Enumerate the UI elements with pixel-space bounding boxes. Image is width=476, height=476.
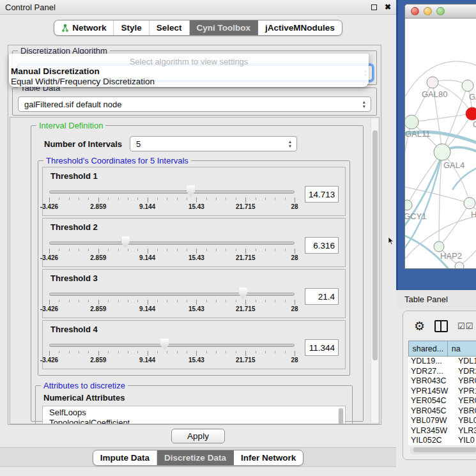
tick-mark — [245, 249, 246, 254]
gear-icon[interactable]: ⚙ — [414, 320, 425, 332]
network-node-H[interactable] — [464, 197, 475, 209]
tick-mark — [216, 249, 217, 251]
tick-mark — [79, 300, 79, 302]
threshold-slider[interactable]: -3.4262.8599.14415.4321.71528 — [49, 285, 295, 313]
panel-title: Control Panel — [5, 3, 371, 12]
table-row[interactable]: YBR045CYBR0 — [408, 406, 476, 417]
network-node-unlabeled[interactable] — [455, 262, 464, 269]
tick-mark — [196, 197, 197, 203]
table-data-combobox[interactable]: galFiltered.sif default node ▲▼ — [18, 96, 371, 112]
tab-style[interactable]: Style — [114, 20, 149, 35]
network-node-HAP2[interactable] — [434, 242, 444, 252]
list-scrollbar-thumb[interactable] — [339, 408, 343, 424]
slider-thumb[interactable] — [160, 339, 169, 350]
numerical-attributes-listbox: SelfLoopsTopologicalCoefficientBetweenne… — [42, 406, 346, 424]
threshold-value-input[interactable] — [305, 186, 339, 203]
table-row[interactable]: YLR345WYLR3 — [408, 426, 476, 436]
slider-track[interactable] — [49, 242, 295, 245]
table-row[interactable]: YIL052CYIL0 — [408, 436, 476, 445]
cell-shared-name: YER054C — [408, 396, 455, 406]
top-tab-group: Network Style Select Cyni Toolbox jActiv… — [54, 20, 342, 36]
table-row[interactable]: YDR27...YDR2 — [408, 367, 476, 377]
attribute-list-item[interactable]: TopologicalCoefficient — [49, 418, 345, 424]
attribute-list-item[interactable]: SelfLoops — [49, 408, 345, 418]
slider-thumb[interactable] — [187, 185, 195, 197]
network-node-GAL4[interactable] — [434, 144, 450, 160]
cell-shared-name: YLR345W — [408, 426, 455, 436]
slider-track[interactable] — [49, 293, 295, 296]
list-scrollbar[interactable] — [338, 408, 344, 424]
column-header-shared-name[interactable]: shared... — [408, 341, 448, 357]
settings-vertical-scrollbar[interactable] — [371, 119, 378, 422]
algorithm-option-equal-width[interactable]: Equal Width/Frequency Discretization — [11, 77, 155, 86]
slider-ticks — [49, 197, 295, 203]
table-row[interactable]: YBL079WYBL0 — [408, 416, 476, 426]
tick-label: 21.715 — [236, 305, 256, 312]
tick-mark — [216, 351, 217, 353]
threshold-value-input[interactable] — [305, 237, 339, 254]
network-node-GAL80[interactable] — [427, 77, 438, 88]
column-header-name[interactable]: na — [448, 341, 476, 357]
tick-mark — [236, 197, 236, 200]
network-canvas-svg[interactable]: GAL80GACGAL11GAL4GCY1HHAP2 — [405, 19, 476, 269]
apply-button[interactable]: Apply — [171, 429, 225, 443]
split-columns-icon[interactable] — [434, 320, 448, 332]
select-columns-icons[interactable]: ☑☑ — [457, 321, 473, 331]
threshold-value-input[interactable] — [305, 339, 339, 356]
tick-mark — [59, 300, 59, 302]
tab-impute-data[interactable]: Impute Data — [93, 450, 157, 465]
tick-mark — [148, 351, 148, 356]
slider-thumb[interactable] — [121, 236, 130, 248]
network-edge[interactable] — [405, 186, 470, 203]
slider-thumb[interactable] — [239, 288, 247, 299]
tick-mark — [118, 300, 119, 302]
tick-mark — [49, 249, 50, 254]
network-window[interactable]: GAL80GACGAL11GAL4GCY1HHAP2 — [404, 4, 476, 269]
tab-cyni-toolbox[interactable]: Cyni Toolbox — [190, 20, 259, 35]
minimize-traffic-light-icon[interactable] — [424, 7, 432, 15]
tick-mark — [157, 351, 158, 353]
table-row[interactable]: YDL19...YDL1 — [408, 357, 476, 367]
network-canvas[interactable]: GAL80GACGAL11GAL4GCY1HHAP2 — [405, 19, 476, 269]
table-horizontal-scrollbar[interactable] — [410, 447, 476, 454]
tick-mark — [275, 197, 275, 200]
number-of-intervals-combobox[interactable]: 5 ▲▼ — [130, 136, 297, 151]
network-edge[interactable] — [442, 152, 470, 203]
threshold-slider[interactable]: -3.4262.8599.14415.4321.71528 — [49, 183, 295, 211]
tick-mark — [167, 249, 167, 251]
tick-mark — [98, 351, 99, 356]
slider-track[interactable] — [49, 190, 295, 194]
tab-discretize-data[interactable]: Discretize Data — [157, 450, 234, 465]
algorithm-option-manual[interactable]: Manual Discretization — [11, 66, 100, 76]
network-edge[interactable] — [407, 152, 442, 205]
tick-mark — [245, 300, 246, 305]
network-node-C[interactable] — [466, 107, 476, 120]
network-node-GAL11[interactable] — [405, 115, 418, 129]
table-row[interactable]: YER054CYER0 — [408, 396, 476, 406]
table-hscrollbar-thumb[interactable] — [413, 447, 476, 452]
zoom-traffic-light-icon[interactable] — [436, 7, 445, 15]
threshold-value-input[interactable] — [305, 288, 339, 305]
threshold-slider[interactable]: -3.4262.8599.14415.4321.71528 — [49, 336, 295, 364]
network-node-GCY1[interactable] — [405, 200, 412, 210]
tick-label: 9.144 — [139, 254, 155, 261]
network-edge[interactable] — [411, 114, 472, 122]
settings-scrollbar-thumb[interactable] — [372, 130, 378, 360]
close-icon[interactable]: ✖ — [385, 3, 391, 11]
tab-select[interactable]: Select — [150, 20, 190, 35]
tab-network[interactable]: Network — [54, 20, 114, 35]
threshold-slider[interactable]: -3.4262.8599.14415.4321.71528 — [49, 234, 295, 262]
table-row[interactable]: YBR043CYBR0 — [408, 376, 476, 387]
tick-mark — [177, 351, 178, 353]
close-traffic-light-icon[interactable] — [411, 7, 419, 15]
float-window-icon[interactable] — [371, 4, 377, 10]
slider-track[interactable] — [49, 344, 295, 347]
tick-mark — [187, 351, 187, 353]
table-data-value: galFiltered.sif default node — [24, 100, 121, 109]
network-edge[interactable] — [439, 203, 470, 247]
tab-infer-network[interactable]: Infer Network — [234, 450, 303, 465]
tab-jactivemnodules[interactable]: jActiveMNodules — [258, 20, 342, 35]
network-node-GA[interactable] — [462, 80, 473, 91]
tick-label: -3.426 — [40, 305, 58, 312]
table-row[interactable]: YPR145WYPR1 — [408, 387, 476, 397]
